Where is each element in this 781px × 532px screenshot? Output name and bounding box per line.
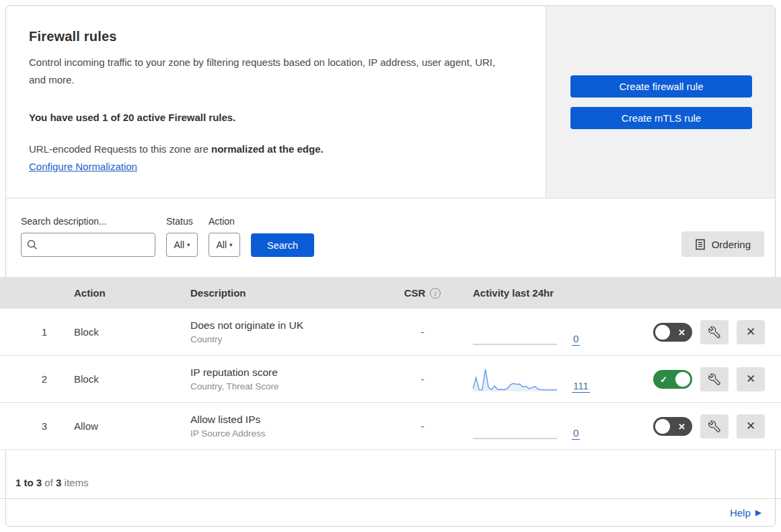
chevron-down-icon: ▾ [229, 241, 233, 248]
activity-count-link[interactable]: 111 [572, 381, 590, 393]
rule-fields: Country, Threat Score [190, 381, 379, 391]
rule-csr-value: - [379, 420, 466, 432]
actions-side-panel: Create firewall rule Create mTLS rule [546, 6, 775, 198]
status-label: Status [166, 216, 198, 227]
ordering-button[interactable]: Ordering [681, 231, 764, 257]
column-description: Description [177, 287, 379, 299]
activity-sparkline [473, 412, 557, 441]
rule-description: Allow listed IPs [190, 414, 379, 426]
rule-enabled-toggle[interactable]: ✓ ✕ [653, 370, 692, 389]
page-title: Firewall rules [29, 29, 519, 44]
rule-enabled-toggle[interactable]: ✓ ✕ [653, 323, 692, 342]
usage-summary: You have used 1 of 20 active Firewall ru… [29, 112, 519, 123]
toggle-knob [655, 325, 670, 340]
search-input[interactable] [21, 233, 155, 257]
edit-rule-button[interactable] [700, 367, 729, 391]
activity-count-link[interactable]: 0 [572, 334, 580, 346]
search-icon [27, 239, 38, 250]
x-icon: ✕ [746, 372, 755, 386]
pagination-summary: 1 to 3 of 3 items [6, 450, 775, 498]
edit-rule-button[interactable] [700, 320, 729, 344]
edit-rule-button[interactable] [700, 414, 729, 439]
rule-enabled-toggle[interactable]: ✓ ✕ [653, 417, 692, 436]
delete-rule-button[interactable]: ✕ [737, 367, 765, 391]
normalization-note: URL-encoded Requests to this zone are no… [29, 143, 519, 155]
create-firewall-rule-button[interactable]: Create firewall rule [570, 75, 752, 98]
delete-rule-button[interactable]: ✕ [737, 320, 765, 344]
chevron-down-icon: ▾ [187, 241, 190, 248]
rule-description: IP reputation score [190, 367, 379, 379]
column-csr: CSR i [379, 287, 466, 299]
activity-sparkline [473, 365, 557, 393]
right-arrow-icon: ▶ [755, 508, 761, 517]
rule-priority: 1 [0, 326, 61, 338]
toggle-knob [655, 419, 670, 434]
rule-csr-value: - [379, 373, 466, 385]
page-header: Firewall rules Control incoming traffic … [6, 6, 775, 198]
search-button[interactable]: Search [251, 233, 314, 257]
table-row: 1 Block Does not originate in UK Country… [0, 309, 781, 356]
wrench-icon [708, 326, 720, 338]
rule-csr-value: - [379, 326, 466, 338]
intro-text: Firewall rules Control incoming traffic … [6, 6, 546, 198]
rule-action: Block [61, 373, 177, 385]
rule-action: Allow [61, 420, 177, 432]
column-action: Action [61, 287, 177, 299]
x-icon: ✕ [678, 422, 685, 430]
activity-sparkline [473, 318, 557, 346]
action-label: Action [209, 216, 240, 227]
x-icon: ✕ [678, 328, 685, 336]
x-icon: ✕ [746, 419, 755, 433]
create-mtls-rule-button[interactable]: Create mTLS rule [570, 107, 752, 129]
check-icon: ✓ [660, 375, 667, 383]
search-label: Search description... [21, 216, 155, 227]
toggle-knob [675, 372, 690, 387]
rule-action: Block [61, 326, 177, 338]
rule-fields: IP Source Address [190, 428, 379, 439]
status-select[interactable]: All ▾ [166, 233, 198, 257]
rules-table: Action Description CSR i Activity last 2… [0, 277, 781, 450]
rule-fields: Country [190, 334, 379, 344]
activity-count-link[interactable]: 0 [572, 428, 580, 440]
document-list-icon [695, 239, 706, 250]
rule-priority: 3 [0, 420, 61, 432]
table-row: 3 Allow Allow listed IPs IP Source Addre… [0, 403, 781, 450]
table-header: Action Description CSR i Activity last 2… [0, 277, 781, 309]
rule-description: Does not originate in UK [190, 319, 379, 332]
firewall-rules-card: Firewall rules Control incoming traffic … [5, 5, 776, 527]
delete-rule-button[interactable]: ✕ [737, 414, 765, 439]
column-activity: Activity last 24hr [466, 287, 614, 299]
x-icon: ✕ [746, 325, 755, 339]
rule-priority: 2 [0, 373, 61, 385]
info-icon[interactable]: i [430, 288, 441, 299]
table-row: 2 Block IP reputation score Country, Thr… [0, 356, 781, 403]
help-link[interactable]: Help ▶ [730, 507, 761, 519]
filter-bar: Search description... Status All ▾ Actio… [6, 198, 775, 277]
page-description: Control incoming traffic to your zone by… [29, 54, 507, 89]
wrench-icon [708, 420, 720, 432]
action-select[interactable]: All ▾ [209, 233, 240, 257]
wrench-icon [708, 373, 720, 385]
configure-normalization-link[interactable]: Configure Normalization [29, 161, 137, 172]
